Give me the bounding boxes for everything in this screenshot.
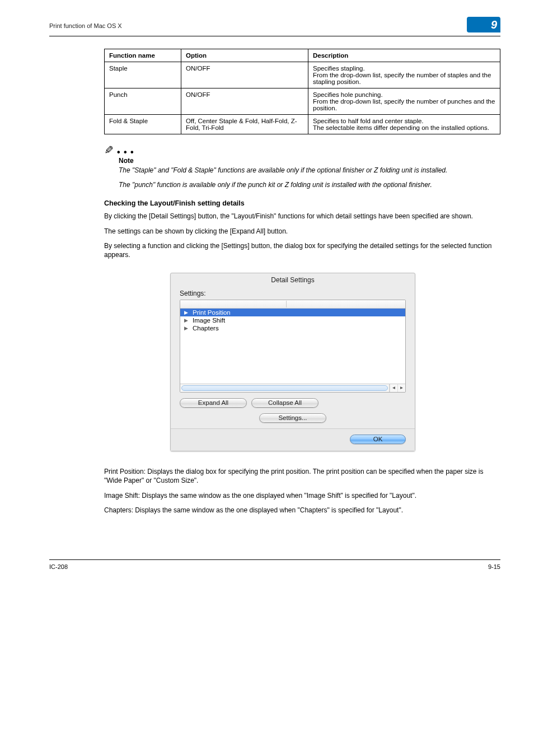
scroll-right-icon[interactable]: ► <box>397 384 405 392</box>
cell-op: ON/OFF <box>181 62 308 88</box>
table-row: Staple ON/OFF Specifies stapling. From t… <box>105 62 500 88</box>
note-label: Note <box>119 157 500 165</box>
cell-op: ON/OFF <box>181 88 308 115</box>
header-rule <box>49 36 500 36</box>
scrollbar-track[interactable] <box>181 385 388 391</box>
disclosure-triangle-icon: ▶ <box>184 310 188 315</box>
body-paragraph: Image Shift: Displays the same window as… <box>104 491 500 500</box>
note-block: ✎ • • • Note The "Staple" and "Fold & St… <box>104 144 500 189</box>
cell-fn: Fold & Staple <box>105 115 181 134</box>
cell-desc: Specifies hole punching. From the drop-d… <box>308 88 500 115</box>
footer-left: IC-208 <box>49 563 68 570</box>
function-table: Function name Option Description Staple … <box>104 49 500 134</box>
subheading: Checking the Layout/Finish setting detai… <box>104 199 500 207</box>
note-text: The "Staple" and "Fold & Staple" functio… <box>119 166 500 175</box>
table-header-row: Function name Option Description <box>105 49 500 62</box>
th-description: Description <box>308 49 500 62</box>
footer-right: 9-15 <box>488 563 500 570</box>
body-paragraph: By clicking the [Detail Settings] button… <box>104 212 500 221</box>
detail-settings-dialog: Detail Settings Settings: ▶ Print Positi… <box>170 273 415 451</box>
horizontal-scrollbar[interactable]: ◄ ► <box>180 384 405 392</box>
list-item[interactable]: ▶ Chapters <box>180 324 405 332</box>
list-item-label: Image Shift <box>193 317 225 324</box>
disclosure-triangle-icon: ▶ <box>184 318 188 323</box>
note-text: The "punch" function is available only i… <box>119 180 500 189</box>
list-item-label: Chapters <box>193 325 219 332</box>
page-footer: IC-208 9-15 <box>49 559 500 570</box>
settings-label: Settings: <box>180 290 406 297</box>
listbox-header <box>180 300 405 309</box>
note-ellipsis-icon: • • • <box>117 147 134 157</box>
cell-fn: Punch <box>105 88 181 115</box>
settings-listbox[interactable]: ▶ Print Position ▶ Image Shift ▶ Chapter… <box>180 300 406 393</box>
expand-all-button[interactable]: Expand All <box>180 398 247 408</box>
body-paragraph: Print Position: Displays the dialog box … <box>104 467 500 485</box>
cell-op: Off, Center Staple & Fold, Half-Fold, Z-… <box>181 115 308 134</box>
chapter-number-badge: 9 <box>467 17 500 32</box>
dialog-title: Detail Settings <box>171 273 415 290</box>
th-function: Function name <box>105 49 181 62</box>
list-item[interactable]: ▶ Image Shift <box>180 316 405 324</box>
settings-button[interactable]: Settings... <box>259 413 326 423</box>
collapse-all-button[interactable]: Collapse All <box>251 398 318 408</box>
body-paragraph: Chapters: Displays the same window as th… <box>104 506 500 515</box>
cell-fn: Staple <box>105 62 181 88</box>
cell-desc: Specifies to half fold and center staple… <box>308 115 500 134</box>
list-item[interactable]: ▶ Print Position <box>180 309 405 316</box>
cell-desc: Specifies stapling. From the drop-down l… <box>308 62 500 88</box>
scroll-left-icon[interactable]: ◄ <box>390 384 397 392</box>
note-icon: ✎ <box>104 144 114 156</box>
th-option: Option <box>181 49 308 62</box>
ok-button[interactable]: OK <box>350 435 406 444</box>
body-paragraph: The settings can be shown by clicking th… <box>104 227 500 236</box>
table-row: Fold & Staple Off, Center Staple & Fold,… <box>105 115 500 134</box>
disclosure-triangle-icon: ▶ <box>184 325 188 331</box>
body-paragraph: By selecting a function and clicking the… <box>104 241 500 259</box>
list-item-label: Print Position <box>193 309 231 316</box>
section-header: Print function of Mac OS X <box>49 17 122 29</box>
table-row: Punch ON/OFF Specifies hole punching. Fr… <box>105 88 500 115</box>
